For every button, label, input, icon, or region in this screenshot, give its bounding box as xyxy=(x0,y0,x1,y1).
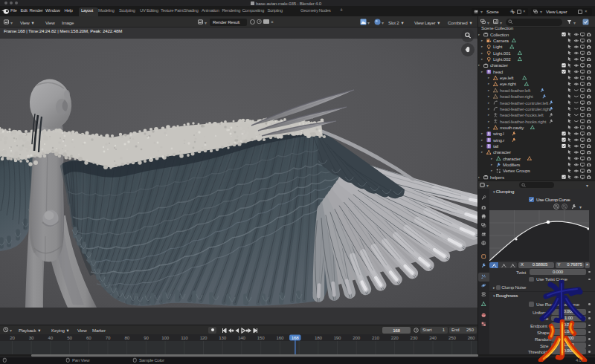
svg-text:150: 150 xyxy=(257,335,265,340)
svg-text:260: 260 xyxy=(468,335,475,340)
svg-text:200: 200 xyxy=(353,335,360,340)
svg-text:230: 230 xyxy=(410,335,417,340)
svg-text:240: 240 xyxy=(429,335,437,340)
svg-text:210: 210 xyxy=(372,335,379,340)
svg-text:60: 60 xyxy=(86,335,91,340)
svg-text:90: 90 xyxy=(144,335,149,340)
svg-text:30: 30 xyxy=(29,335,34,340)
svg-text:130: 130 xyxy=(219,335,226,340)
svg-text:220: 220 xyxy=(391,335,399,340)
svg-text:120: 120 xyxy=(200,335,208,340)
svg-text:20: 20 xyxy=(10,335,15,340)
svg-text:50: 50 xyxy=(67,335,72,340)
svg-text:190: 190 xyxy=(334,335,341,340)
svg-text:70: 70 xyxy=(106,335,111,340)
svg-text:100: 100 xyxy=(161,335,169,340)
svg-text:140: 140 xyxy=(238,335,245,340)
svg-text:180: 180 xyxy=(315,335,322,340)
svg-text:40: 40 xyxy=(48,335,54,340)
svg-text:110: 110 xyxy=(181,335,188,340)
svg-text:250: 250 xyxy=(448,335,456,340)
svg-text:168: 168 xyxy=(292,335,299,340)
svg-text:80: 80 xyxy=(124,335,129,340)
svg-text:160: 160 xyxy=(277,335,284,340)
